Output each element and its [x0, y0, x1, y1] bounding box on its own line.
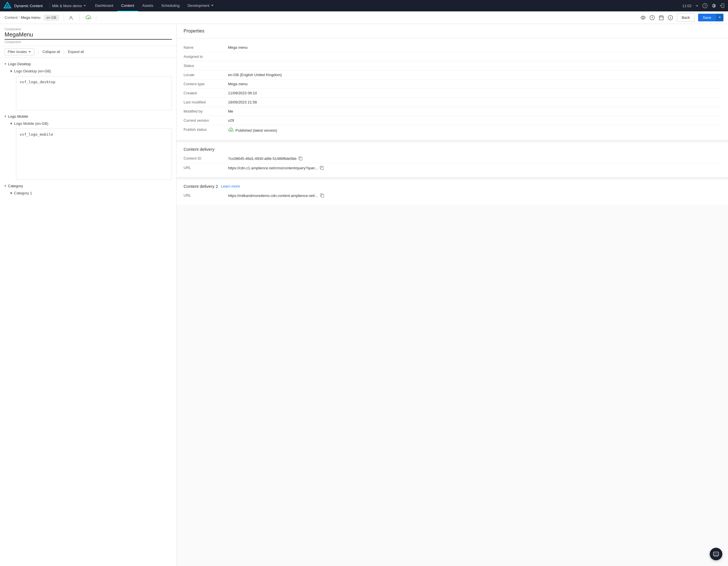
prop-content-type-label: Content type: [184, 82, 223, 86]
category-chevron-icon: ▾: [5, 184, 6, 188]
section-divider-2: [177, 177, 728, 179]
sub-section-logo-mobile-en-gb-header[interactable]: ▾ Logo Mobile (en-GB): [10, 120, 172, 127]
nav-content[interactable]: Content: [117, 0, 138, 11]
prop-current-version-label: Current version: [184, 118, 223, 123]
filter-bar: Filter locales | Collapse all | Expand a…: [0, 46, 176, 58]
prop-assigned-to-label: Assigned to: [184, 54, 223, 59]
logo-desktop-content-box[interactable]: vsf_logo_desktop: [16, 76, 172, 110]
logo-mobile-content-box[interactable]: vsf_logo_mobile: [16, 129, 172, 180]
sub-section-logo-desktop-en-gb-header[interactable]: ▾ Logo Desktop (en-GB): [10, 68, 172, 74]
sub-section-logo-mobile-en-gb-label: Logo Mobile (en-GB): [14, 121, 48, 126]
prop-content2-url: URL https://milkandmoredemo.cdn.content.…: [184, 191, 721, 200]
nav-right: 11:02 ?: [682, 3, 725, 8]
prop-content-id-value: 7cc08645-46d1-4930-a6fe-51486f6de5bb: [228, 156, 721, 161]
sub-section-category-1-header[interactable]: ▾ Category 1: [10, 190, 172, 196]
prop-last-modified-label: Last modified: [184, 100, 223, 104]
published-cloud-icon: [228, 127, 234, 133]
sub-header-icons: [68, 14, 91, 21]
app-logo[interactable]: [3, 2, 11, 10]
svg-rect-9: [300, 158, 302, 160]
logo-mobile-en-gb-chevron-icon: ▾: [10, 121, 12, 126]
settings-icon[interactable]: [711, 3, 716, 8]
prop-content-url-label: URL: [184, 166, 223, 170]
section-category-label: Category: [8, 184, 23, 188]
nav-scheduling[interactable]: Scheduling: [157, 0, 184, 11]
user-icon[interactable]: [68, 15, 74, 20]
logout-icon[interactable]: [719, 3, 725, 8]
nav-divider: [50, 3, 50, 9]
filter-locales-button[interactable]: Filter locales: [5, 48, 34, 55]
learn-more-link[interactable]: Learn more: [221, 184, 240, 188]
time-chevron-icon[interactable]: [695, 4, 699, 8]
prop-locale-label: Locale: [184, 73, 223, 77]
breadcrumb-sep: /: [19, 15, 20, 20]
locale-badge[interactable]: en-GB: [44, 15, 59, 21]
prop-locale: Locale en-GB (English United Kingdom): [184, 70, 721, 80]
properties-header: Properties: [177, 24, 728, 38]
svg-rect-7: [659, 16, 663, 20]
prop-modified-by: Modified by Me: [184, 107, 721, 116]
workspace-chevron-icon: [83, 4, 86, 7]
help-icon[interactable]: ?: [702, 3, 707, 8]
prop-publish-status-value: Published (latest version): [228, 127, 721, 133]
chatbot-button[interactable]: [710, 548, 722, 560]
sub-section-logo-desktop-en-gb-label: Logo Desktop (en-GB): [14, 69, 51, 73]
schedule-icon[interactable]: [658, 15, 664, 21]
prop-content-id-label: Content ID: [184, 156, 223, 160]
prop-publish-status-label: Publish status: [184, 127, 223, 132]
cloud-publish-icon[interactable]: [85, 15, 91, 21]
back-button[interactable]: Back: [677, 13, 695, 22]
info-icon[interactable]: [668, 15, 673, 21]
content-delivery2-section: Content delivery 2 Learn more URL https:…: [177, 179, 728, 205]
save-arrow-button[interactable]: [716, 14, 723, 21]
save-dropdown-icon: [718, 16, 721, 19]
collapse-all-button[interactable]: Collapse all: [42, 50, 60, 54]
time-display: 11:02: [682, 4, 692, 8]
logo-desktop-chevron-icon: ▾: [5, 62, 6, 66]
section-category: ▾ Category ▾ Category 1: [5, 182, 172, 196]
prop-publish-status: Publish status Published (latest version…: [184, 125, 721, 135]
category-1-chevron-icon: ▾: [10, 191, 12, 195]
prop-name-label: Name: [184, 45, 223, 50]
section-logo-mobile: ▾ Logo Mobile ▾ Logo Mobile (en-GB) vsf_…: [5, 113, 172, 180]
nav-dashboard[interactable]: Dashboard: [91, 0, 117, 11]
workspace-selector[interactable]: Milk & More demo: [52, 4, 87, 8]
section-logo-mobile-label: Logo Mobile: [8, 114, 28, 119]
nav-assets[interactable]: Assets: [138, 0, 157, 11]
content-delivery-rows: Content ID 7cc08645-46d1-4930-a6fe-51486…: [177, 154, 728, 177]
logo-mobile-chevron-icon: ▾: [5, 115, 6, 118]
nav-development[interactable]: Development: [184, 0, 218, 11]
section-logo-desktop-header[interactable]: ▾ Logo Desktop: [5, 60, 172, 68]
section-logo-mobile-header[interactable]: ▾ Logo Mobile: [5, 113, 172, 120]
prop-content-url: URL https://cdn.c1.amplience.net/cms/con…: [184, 163, 721, 172]
left-panel-header: Component MegaMenu Component: [0, 24, 176, 46]
save-button-group: Save: [698, 14, 723, 21]
preview-icon[interactable]: [640, 15, 646, 21]
copy-content-url-icon[interactable]: [320, 166, 324, 170]
history-icon[interactable]: [649, 15, 655, 21]
svg-rect-10: [321, 167, 324, 170]
component-label: Component: [5, 27, 172, 31]
properties-section: Name Mega menu Assigned to Status Locale…: [177, 38, 728, 140]
prop-created-label: Created: [184, 91, 223, 95]
breadcrumb-current: Mega menu: [21, 15, 40, 20]
breadcrumb-root[interactable]: Content: [5, 15, 18, 20]
development-chevron-icon: [211, 4, 214, 7]
prop-status: Status: [184, 61, 721, 70]
svg-point-5: [642, 17, 644, 19]
prop-modified-by-label: Modified by: [184, 109, 223, 113]
content-url-link[interactable]: https://cdn.c1.amplience.net/cms/content…: [228, 166, 318, 170]
nav-links: Dashboard Content Assets Scheduling Deve…: [91, 0, 682, 11]
prop-status-label: Status: [184, 64, 223, 68]
section-logo-desktop-label: Logo Desktop: [8, 62, 31, 66]
copy-content2-url-icon[interactable]: [320, 193, 324, 198]
save-button[interactable]: Save: [698, 14, 716, 21]
svg-point-13: [715, 553, 715, 554]
prop-modified-by-value: Me: [228, 109, 721, 113]
content-delivery-section: Content delivery Content ID 7cc08645-46d…: [177, 142, 728, 177]
expand-all-button[interactable]: Expand all: [68, 50, 84, 54]
sub-section-category-1-label: Category 1: [14, 191, 32, 195]
section-category-header[interactable]: ▾ Category: [5, 182, 172, 190]
content2-url-link[interactable]: https://milkandmoredemo.cdn.content.ampl…: [228, 194, 318, 198]
copy-content-id-icon[interactable]: [298, 156, 303, 161]
